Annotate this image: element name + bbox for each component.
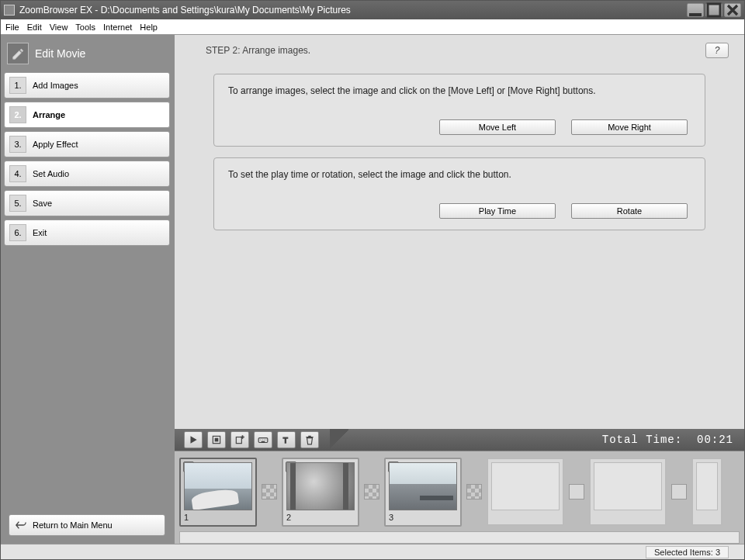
selected-count: 3 <box>716 548 720 557</box>
close-icon <box>725 2 740 18</box>
mode-header: Edit Movie <box>4 38 170 72</box>
sidebar: Edit Movie 1. Add Images 2. Arrange 3. A… <box>1 35 173 544</box>
window-controls <box>687 3 741 17</box>
menu-help[interactable]: Help <box>140 22 158 32</box>
maximize-button[interactable] <box>705 3 722 17</box>
step-add-images[interactable]: 1. Add Images <box>4 72 170 99</box>
arrange-instructions: To arrange images, select the image and … <box>228 85 691 96</box>
app-name: ZoomBrowser EX <box>19 5 92 16</box>
clip-number: 3 <box>389 510 457 522</box>
app-body: Edit Movie 1. Add Images 2. Arrange 3. A… <box>1 35 744 559</box>
effects-button[interactable] <box>277 431 296 448</box>
return-label: Return to Main Menu <box>33 520 113 530</box>
menu-view[interactable]: View <box>50 22 68 32</box>
total-time-value: 00:21 <box>697 434 733 446</box>
clip-thumbnail <box>286 462 355 510</box>
total-time-label: Total Time: <box>602 434 682 446</box>
step-label: Apply Effect <box>33 140 78 149</box>
timeline-row[interactable]: 1 2 3 <box>179 458 740 528</box>
step-save[interactable]: 5. Save <box>4 190 170 216</box>
timeline-scrollbar[interactable] <box>179 531 740 544</box>
scrollbar-thumb[interactable] <box>180 532 739 543</box>
close-button[interactable] <box>724 3 741 17</box>
document-path: D:\Documents and Settings\kura\My Docume… <box>101 5 351 16</box>
svg-rect-1 <box>708 4 720 16</box>
maximize-icon <box>706 2 722 18</box>
step-label: Save <box>33 199 52 208</box>
empty-clip-slot[interactable] <box>691 458 722 526</box>
move-right-button[interactable]: Move Right <box>571 119 688 135</box>
step-number: 5. <box>9 195 26 212</box>
app-icon <box>4 5 15 16</box>
step-arrange[interactable]: 2. Arrange <box>4 102 170 128</box>
keyboard-button[interactable] <box>254 431 272 448</box>
upper-area: Edit Movie 1. Add Images 2. Arrange 3. A… <box>1 35 744 544</box>
timeline-clip[interactable]: 3 <box>384 458 462 527</box>
transition-slot[interactable] <box>466 484 482 500</box>
help-icon: ? <box>715 45 720 56</box>
toolbar-cluster <box>179 430 324 450</box>
step-label: Exit <box>33 228 47 237</box>
empty-clip-slot[interactable] <box>487 458 564 526</box>
help-button[interactable]: ? <box>705 43 729 58</box>
playtime-instructions: To set the play time or rotation, select… <box>228 169 691 180</box>
step-label: Set Audio <box>33 169 69 178</box>
transition-slot[interactable] <box>262 484 277 500</box>
transition-slot[interactable] <box>671 484 687 500</box>
timeline-strip: 1 2 3 <box>175 451 744 544</box>
minimize-icon <box>688 2 703 18</box>
step-header-text: STEP 2: Arrange images. <box>206 45 310 56</box>
step-exit[interactable]: 6. Exit <box>4 220 170 246</box>
insert-icon <box>234 434 245 445</box>
mode-title: Edit Movie <box>35 47 85 60</box>
arrange-panel: To arrange images, select the image and … <box>213 74 705 147</box>
transition-slot[interactable] <box>569 484 584 500</box>
content-area: STEP 2: Arrange images. ? To arrange ima… <box>175 35 744 544</box>
trash-icon <box>304 434 315 445</box>
selected-label: Selected Items: <box>654 548 713 557</box>
play-button[interactable] <box>184 431 203 448</box>
timeline-clip[interactable]: 1 <box>179 458 257 527</box>
menu-tools[interactable]: Tools <box>75 22 95 32</box>
step-number: 2. <box>9 106 26 123</box>
step-list: 1. Add Images 2. Arrange 3. Apply Effect… <box>4 72 170 246</box>
insert-clip-button[interactable] <box>230 431 249 448</box>
playtime-panel: To set the play time or rotation, select… <box>213 157 705 230</box>
selected-items-cell: Selected Items: 3 <box>646 546 729 558</box>
titlebar: ZoomBrowser EX - D:\Documents and Settin… <box>1 1 744 19</box>
menu-file[interactable]: File <box>5 22 19 32</box>
keyboard-icon <box>258 434 269 445</box>
timeline-clip[interactable]: 2 <box>282 458 359 527</box>
timeline-area: Total Time: 00:21 1 <box>175 429 744 544</box>
svg-rect-0 <box>689 13 702 16</box>
clip-settings-button[interactable] <box>207 431 226 448</box>
step-number: 3. <box>9 136 26 153</box>
step-number: 6. <box>9 224 26 241</box>
statusbar: Selected Items: 3 <box>1 544 744 559</box>
clip-number: 1 <box>184 510 252 522</box>
menu-internet[interactable]: Internet <box>103 22 132 32</box>
total-time: Total Time: 00:21 <box>602 434 744 446</box>
return-to-main-button[interactable]: Return to Main Menu <box>9 514 165 536</box>
menubar: File Edit View Tools Internet Help <box>1 19 744 35</box>
rotate-button[interactable]: Rotate <box>571 203 688 219</box>
step-number: 4. <box>9 165 26 182</box>
hammer-icon <box>281 434 292 445</box>
delete-clip-button[interactable] <box>300 431 319 448</box>
play-time-button[interactable]: Play Time <box>439 203 556 219</box>
minimize-button[interactable] <box>687 3 704 17</box>
step-apply-effect[interactable]: 3. Apply Effect <box>4 131 170 157</box>
step-number: 1. <box>9 77 26 94</box>
clip-icon <box>211 434 222 445</box>
return-icon <box>16 520 26 530</box>
content-inner: To arrange images, select the image and … <box>175 66 744 429</box>
empty-clip-slot[interactable] <box>589 458 667 526</box>
timeline-toolbar: Total Time: 00:21 <box>175 429 744 451</box>
move-left-button[interactable]: Move Left <box>439 119 556 135</box>
transition-slot[interactable] <box>364 484 379 500</box>
step-label: Arrange <box>33 110 65 119</box>
step-set-audio[interactable]: 4. Set Audio <box>4 161 170 187</box>
play-icon <box>188 434 199 445</box>
menu-edit[interactable]: Edit <box>27 22 42 32</box>
clip-thumbnail <box>389 462 457 510</box>
